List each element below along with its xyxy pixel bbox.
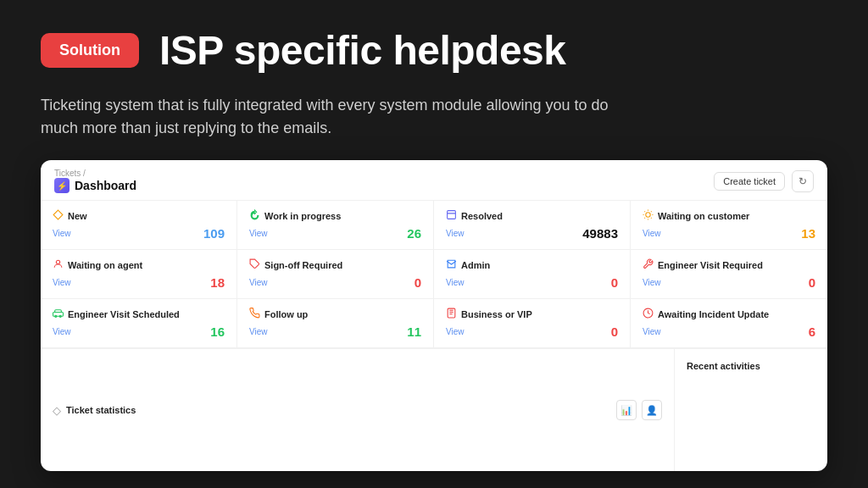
stat-view-link[interactable]: View — [446, 327, 465, 336]
stat-count: 109 — [203, 226, 225, 241]
stat-label: Resolved — [461, 211, 503, 221]
hero-subtitle: Ticketing system that is fully integrate… — [41, 94, 617, 140]
svg-line-6 — [644, 211, 645, 212]
stats-grid: New View 109 Work in progress View 26 Re… — [41, 201, 827, 349]
stat-footer: View 18 — [53, 275, 225, 290]
stat-count: 6 — [809, 324, 815, 339]
create-ticket-button[interactable]: Create ticket — [714, 172, 785, 191]
hero-header: Solution ISP specific helpdesk — [41, 27, 827, 74]
stat-card: Business or VIP View 0 — [434, 299, 631, 348]
stat-card-header: Awaiting Incident Update — [643, 308, 815, 321]
stat-count: 18 — [210, 275, 225, 290]
stat-card-header: Work in progress — [249, 209, 421, 223]
stat-card: Waiting on customer View 13 — [631, 201, 827, 250]
stat-icon — [643, 308, 654, 321]
header-actions: Create ticket ↻ — [714, 170, 814, 192]
stat-view-link[interactable]: View — [446, 278, 465, 287]
stat-footer: View 26 — [249, 226, 421, 241]
stat-view-link[interactable]: View — [53, 278, 71, 287]
stat-label: Awaiting Incident Update — [658, 309, 769, 319]
stat-footer: View 49883 — [446, 226, 618, 241]
stat-view-link[interactable]: View — [446, 229, 465, 238]
stat-label: Work in progress — [264, 211, 341, 221]
stat-view-link[interactable]: View — [53, 229, 71, 238]
stat-icon — [446, 209, 457, 223]
stat-card: Engineer Visit Required View 0 — [631, 250, 827, 299]
stat-card-header: Engineer Visit Scheduled — [53, 308, 225, 321]
stat-view-link[interactable]: View — [643, 229, 661, 238]
stat-footer: View 16 — [53, 324, 225, 339]
stat-footer: View 0 — [643, 275, 815, 290]
ticket-stats-card: ◇ Ticket statistics 📊 👤 — [41, 349, 675, 471]
stat-label: Waiting on agent — [68, 260, 142, 270]
stat-card: Work in progress View 26 — [237, 201, 434, 250]
breadcrumb-area: Tickets / ⚡ Dashboard — [54, 169, 136, 193]
stat-label: Engineer Visit Required — [658, 260, 763, 270]
stat-card-header: Follow up — [249, 308, 421, 321]
stat-count: 11 — [407, 324, 421, 339]
stat-icon — [53, 209, 64, 223]
stat-card: Resolved View 49883 — [434, 201, 631, 250]
stat-view-link[interactable]: View — [643, 278, 661, 287]
stat-label: Waiting on customer — [658, 211, 749, 221]
stat-icon — [53, 258, 64, 272]
svg-rect-14 — [53, 312, 64, 316]
solution-badge: Solution — [41, 33, 139, 68]
svg-line-11 — [651, 211, 652, 212]
recent-activities-label: Recent activities — [687, 361, 760, 371]
ticket-stats-actions: 📊 👤 — [616, 400, 662, 420]
recent-activities-card: Recent activities — [675, 349, 827, 471]
stat-view-link[interactable]: View — [249, 229, 268, 238]
stat-card-header: Business or VIP — [446, 308, 618, 321]
stat-icon — [249, 308, 260, 321]
stat-footer: View 0 — [446, 324, 618, 339]
stat-view-link[interactable]: View — [249, 327, 268, 336]
stat-icon — [53, 308, 64, 321]
stat-card-header: New — [53, 209, 225, 223]
stat-view-link[interactable]: View — [643, 327, 661, 336]
chart-button[interactable]: 📊 — [616, 400, 637, 420]
svg-line-10 — [644, 218, 645, 219]
stat-icon — [643, 209, 654, 223]
dashboard-card: Tickets / ⚡ Dashboard Create ticket ↻ Ne… — [41, 160, 827, 471]
stat-count: 49883 — [582, 226, 618, 241]
stat-footer: View 0 — [446, 275, 618, 290]
stat-label: Admin — [461, 260, 490, 270]
svg-marker-0 — [53, 210, 63, 219]
stat-card-header: Resolved — [446, 209, 618, 223]
stat-count: 0 — [611, 324, 618, 339]
stat-view-link[interactable]: View — [249, 278, 268, 287]
dashboard-title: Dashboard — [75, 179, 136, 192]
stat-count: 13 — [801, 226, 815, 241]
stat-card: Awaiting Incident Update View 6 — [631, 299, 827, 348]
svg-point-3 — [646, 213, 650, 217]
stat-footer: View 0 — [249, 275, 421, 290]
stat-icon — [446, 258, 457, 272]
dashboard-header: Tickets / ⚡ Dashboard Create ticket ↻ — [41, 160, 827, 201]
stat-count: 26 — [407, 226, 421, 241]
stat-card-header: Waiting on agent — [53, 258, 225, 272]
user-button[interactable]: 👤 — [642, 400, 662, 420]
stat-card: Admin View 0 — [434, 250, 631, 299]
stat-icon — [446, 308, 457, 321]
stat-view-link[interactable]: View — [53, 327, 71, 336]
ticket-stats-icon: ◇ — [53, 404, 61, 417]
stat-count: 0 — [415, 275, 421, 290]
stat-icon — [249, 258, 260, 272]
stat-label: Business or VIP — [461, 309, 532, 319]
stat-card: Follow up View 11 — [237, 299, 434, 348]
stat-count: 16 — [210, 324, 225, 339]
stat-card: Sign-off Required View 0 — [237, 250, 434, 299]
svg-rect-1 — [448, 211, 456, 219]
stat-label: New — [68, 211, 87, 221]
stat-footer: View 13 — [643, 226, 815, 241]
dashboard-title-row: ⚡ Dashboard — [54, 178, 136, 193]
stat-count: 0 — [809, 275, 815, 290]
stat-card: New View 109 — [41, 201, 237, 250]
stat-count: 0 — [611, 275, 618, 290]
svg-point-12 — [56, 260, 59, 263]
page-title: ISP specific helpdesk — [159, 27, 566, 74]
refresh-button[interactable]: ↻ — [792, 170, 814, 192]
stat-label: Follow up — [264, 309, 308, 319]
stat-footer: View 11 — [249, 324, 421, 339]
